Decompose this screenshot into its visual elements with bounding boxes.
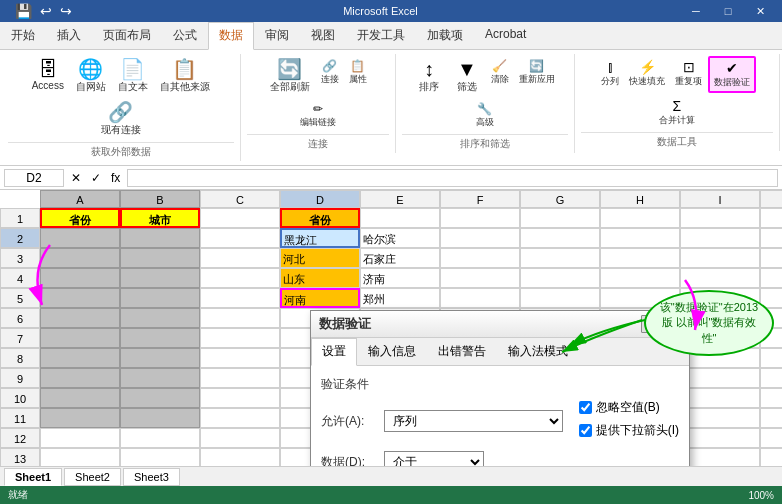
- cancel-formula-icon[interactable]: ✕: [68, 170, 84, 186]
- cell-b3[interactable]: [120, 248, 200, 268]
- conn-btn[interactable]: 🔗 连接: [317, 56, 343, 97]
- cell-e5[interactable]: 郑州: [360, 288, 440, 308]
- cell-j13[interactable]: [760, 448, 782, 466]
- cell-b5[interactable]: [120, 288, 200, 308]
- cell-g3[interactable]: [520, 248, 600, 268]
- prop-btn[interactable]: 📋 属性: [345, 56, 371, 97]
- refresh-all-btn[interactable]: 🔄 全部刷新: [265, 56, 315, 97]
- cell-i3[interactable]: [680, 248, 760, 268]
- existing-conn-btn[interactable]: 🔗 现有连接: [96, 99, 146, 140]
- allow-select[interactable]: 序列: [384, 410, 563, 432]
- cell-h1[interactable]: [600, 208, 680, 228]
- cell-g2[interactable]: [520, 228, 600, 248]
- cell-i12[interactable]: [680, 428, 760, 448]
- cell-c2[interactable]: [200, 228, 280, 248]
- cell-c5[interactable]: [200, 288, 280, 308]
- cell-a13[interactable]: [40, 448, 120, 466]
- cell-g5[interactable]: [520, 288, 600, 308]
- cell-f2[interactable]: [440, 228, 520, 248]
- cell-i4[interactable]: [680, 268, 760, 288]
- cell-b10[interactable]: [120, 388, 200, 408]
- cell-a1[interactable]: 省份: [40, 208, 120, 228]
- text-btn[interactable]: 📄 自文本: [113, 56, 153, 97]
- flash-fill-btn[interactable]: ⚡ 快速填充: [625, 56, 669, 93]
- cell-a11[interactable]: [40, 408, 120, 428]
- tab-data[interactable]: 数据: [208, 22, 254, 50]
- tab-pagelayout[interactable]: 页面布局: [92, 22, 162, 49]
- cell-i11[interactable]: [680, 408, 760, 428]
- cell-j2[interactable]: [760, 228, 782, 248]
- cell-j3[interactable]: [760, 248, 782, 268]
- cell-b13[interactable]: [120, 448, 200, 466]
- cell-f4[interactable]: [440, 268, 520, 288]
- cell-d3[interactable]: 河北: [280, 248, 360, 268]
- cell-c3[interactable]: [200, 248, 280, 268]
- tab-insert[interactable]: 插入: [46, 22, 92, 49]
- dropdown-checkbox[interactable]: [579, 424, 592, 437]
- cell-h2[interactable]: [600, 228, 680, 248]
- sheet-tab-2[interactable]: Sheet2: [64, 468, 121, 486]
- minimize-btn[interactable]: ─: [682, 2, 710, 20]
- cell-c13[interactable]: [200, 448, 280, 466]
- advanced-btn[interactable]: 🔧 高级: [472, 99, 498, 132]
- cell-c4[interactable]: [200, 268, 280, 288]
- cell-e1[interactable]: [360, 208, 440, 228]
- cell-h4[interactable]: [600, 268, 680, 288]
- cell-f3[interactable]: [440, 248, 520, 268]
- cell-h3[interactable]: [600, 248, 680, 268]
- clear-filter-btn[interactable]: 🧹 清除: [487, 56, 513, 97]
- cell-b12[interactable]: [120, 428, 200, 448]
- save-qa-btn[interactable]: 💾: [12, 2, 35, 20]
- cell-j8[interactable]: [760, 348, 782, 368]
- cell-i9[interactable]: [680, 368, 760, 388]
- cell-i10[interactable]: [680, 388, 760, 408]
- cell-e4[interactable]: 济南: [360, 268, 440, 288]
- cell-g1[interactable]: [520, 208, 600, 228]
- reapply-btn[interactable]: 🔄 重新应用: [515, 56, 559, 97]
- cell-b2[interactable]: [120, 228, 200, 248]
- cell-a8[interactable]: [40, 348, 120, 368]
- cell-f5[interactable]: [440, 288, 520, 308]
- undo-qa-btn[interactable]: ↩: [37, 2, 55, 20]
- cell-reference-input[interactable]: D2: [4, 169, 64, 187]
- tab-developer[interactable]: 开发工具: [346, 22, 416, 49]
- cell-a9[interactable]: [40, 368, 120, 388]
- cell-b6[interactable]: [120, 308, 200, 328]
- cell-b11[interactable]: [120, 408, 200, 428]
- cell-j12[interactable]: [760, 428, 782, 448]
- consolidate-btn[interactable]: Σ 合并计算: [655, 95, 699, 130]
- cell-b7[interactable]: [120, 328, 200, 348]
- editlink-btn[interactable]: ✏ 编辑链接: [296, 99, 340, 132]
- web-btn[interactable]: 🌐 自网站: [71, 56, 111, 97]
- tab-addins[interactable]: 加载项: [416, 22, 474, 49]
- cell-b1[interactable]: 城市: [120, 208, 200, 228]
- cell-i1[interactable]: [680, 208, 760, 228]
- filter-btn[interactable]: ▼ 筛选: [449, 56, 485, 97]
- cell-j10[interactable]: [760, 388, 782, 408]
- cell-b4[interactable]: [120, 268, 200, 288]
- tab-formula[interactable]: 公式: [162, 22, 208, 49]
- redo-qa-btn[interactable]: ↪: [57, 2, 75, 20]
- cell-c11[interactable]: [200, 408, 280, 428]
- formula-input[interactable]: [127, 169, 778, 187]
- cell-d2[interactable]: 黑龙江: [280, 228, 360, 248]
- sort-btn[interactable]: ↕ 排序: [411, 56, 447, 97]
- cell-c6[interactable]: [200, 308, 280, 328]
- cell-a4[interactable]: [40, 268, 120, 288]
- remove-dup-btn[interactable]: ⊡ 重复项: [671, 56, 706, 93]
- cell-a10[interactable]: [40, 388, 120, 408]
- confirm-formula-icon[interactable]: ✓: [88, 170, 104, 186]
- ignore-blank-checkbox[interactable]: [579, 401, 592, 414]
- tab-home[interactable]: 开始: [0, 22, 46, 49]
- cell-i2[interactable]: [680, 228, 760, 248]
- cell-a5[interactable]: [40, 288, 120, 308]
- cell-c12[interactable]: [200, 428, 280, 448]
- cell-d5[interactable]: 河南: [280, 288, 360, 308]
- close-btn[interactable]: ✕: [746, 2, 774, 20]
- cell-j4[interactable]: [760, 268, 782, 288]
- dialog-tab-ime[interactable]: 输入法模式: [497, 338, 579, 365]
- cell-c10[interactable]: [200, 388, 280, 408]
- split-col-btn[interactable]: ⫿ 分列: [597, 56, 623, 93]
- insert-function-icon[interactable]: fx: [108, 170, 123, 186]
- sheet-tab-1[interactable]: Sheet1: [4, 468, 62, 486]
